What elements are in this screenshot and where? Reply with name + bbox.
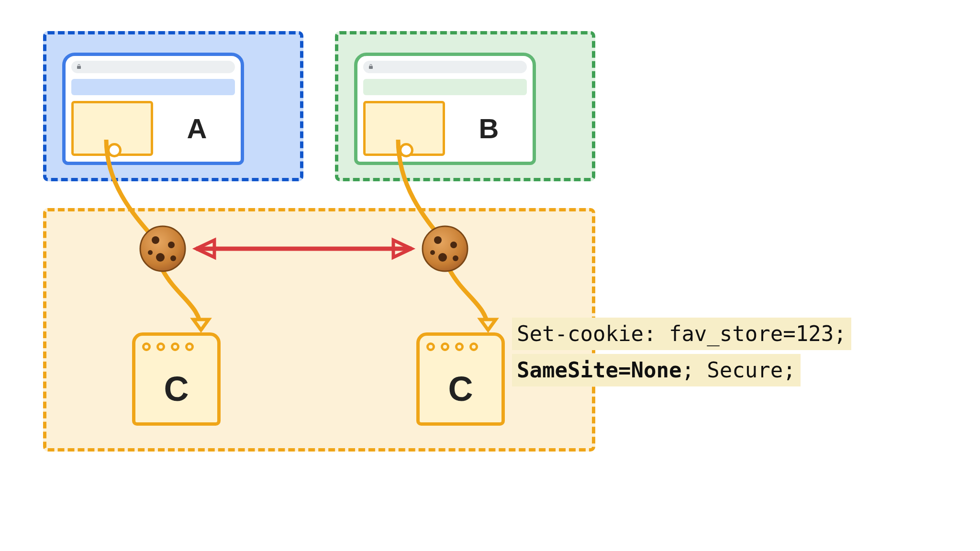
app-window-c-left: C xyxy=(132,332,221,426)
diagram-root: A B C C Set-cookie: fav_store=123; SameS… xyxy=(0,0,980,551)
browser-window-b: B xyxy=(354,53,536,165)
browser-window-a: A xyxy=(62,53,244,165)
app-window-c-right: C xyxy=(416,332,505,426)
site-a-label: A xyxy=(159,101,235,156)
cookie-header-line1: Set-cookie: fav_store=123; xyxy=(512,318,851,350)
address-bar xyxy=(363,61,527,73)
connector-origin-b xyxy=(399,143,413,157)
lock-icon xyxy=(368,63,374,70)
window-dots-icon xyxy=(142,342,194,351)
app-c-label: C xyxy=(135,369,217,408)
browser-toolbar-row xyxy=(363,79,527,95)
embedded-iframe-a xyxy=(71,101,153,156)
app-c-label: C xyxy=(420,369,501,408)
browser-toolbar-row xyxy=(71,79,235,95)
window-dots-icon xyxy=(426,342,478,351)
connector-origin-a xyxy=(107,143,122,157)
embedded-iframe-b xyxy=(363,101,445,156)
lock-icon xyxy=(76,63,82,70)
cookie-header-line2: SameSite=None; Secure; xyxy=(512,354,801,386)
site-b-label: B xyxy=(451,101,527,156)
set-cookie-header: Set-cookie: fav_store=123; SameSite=None… xyxy=(512,316,851,388)
address-bar xyxy=(71,61,235,73)
